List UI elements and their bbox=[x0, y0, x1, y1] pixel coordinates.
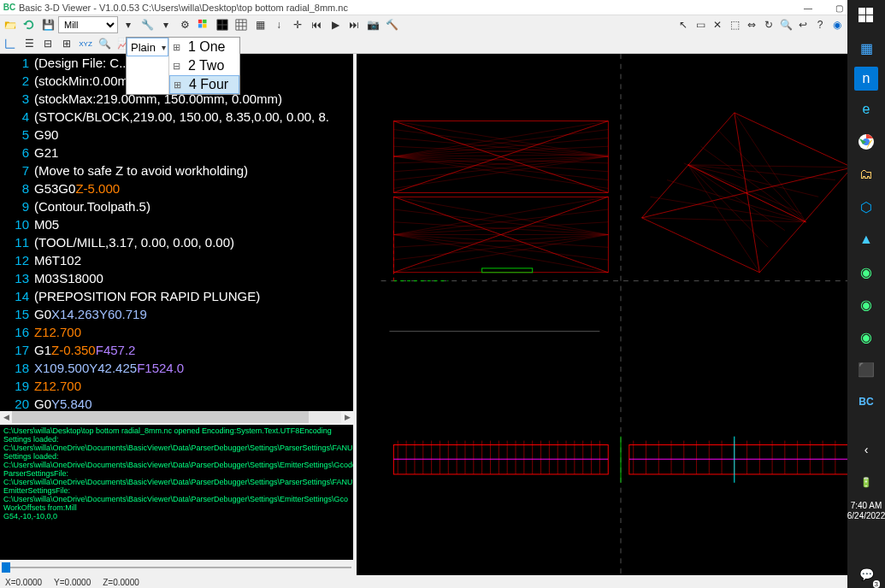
xyz-icon[interactable]: XYZ bbox=[77, 35, 94, 52]
help-icon[interactable]: ? bbox=[811, 16, 829, 33]
scroll-left-icon[interactable]: ◀ bbox=[0, 413, 12, 421]
app8-icon[interactable]: ⬛ bbox=[851, 356, 882, 383]
log-panel: C:\Users\willa\Desktop\top bottom radial… bbox=[0, 423, 353, 560]
slider-thumb[interactable] bbox=[2, 562, 10, 573]
app3-icon[interactable]: ⬡ bbox=[851, 193, 882, 220]
code-line[interactable]: 18X109.500Y42.425F1524.0 bbox=[0, 359, 353, 377]
numbers-icon[interactable]: ⊞ bbox=[58, 35, 75, 52]
code-line[interactable]: 17G1Z-0.350F457.2 bbox=[0, 341, 353, 359]
target-icon[interactable]: ◉ bbox=[829, 16, 846, 33]
code-line[interactable]: 15G0X14.263Y60.719 bbox=[0, 305, 353, 323]
list-icon[interactable]: ☰ bbox=[21, 35, 38, 52]
start-icon[interactable] bbox=[851, 2, 882, 29]
grid5-icon[interactable]: ▦ bbox=[251, 16, 268, 33]
edge-icon[interactable]: e bbox=[851, 96, 882, 123]
page-icon[interactable]: ▭ bbox=[692, 16, 709, 33]
viewport-pane[interactable] bbox=[353, 54, 885, 575]
code-line[interactable]: 12M6T102 bbox=[0, 251, 353, 269]
axes-icon[interactable] bbox=[2, 35, 19, 52]
skip-back-icon[interactable]: ⏮ bbox=[308, 16, 325, 33]
code-line[interactable]: 6G21 bbox=[0, 144, 353, 162]
chevron-down-icon-2[interactable]: ▾ bbox=[157, 16, 174, 33]
code-line[interactable]: 20G0Y5.840 bbox=[0, 395, 353, 411]
code-line[interactable]: 4(STOCK/BLOCK,219.00, 150.00, 8.35,0.00,… bbox=[0, 108, 353, 126]
tray-battery-icon[interactable]: 🔋 bbox=[851, 468, 882, 496]
app6-icon[interactable]: ◉ bbox=[851, 291, 882, 318]
code-line[interactable]: 14(PREPOSITION FOR RAPID PLUNGE) bbox=[0, 287, 353, 305]
pan-icon[interactable]: ⇔ bbox=[743, 16, 760, 33]
svg-line-55 bbox=[667, 180, 805, 222]
save-icon[interactable]: 💾 bbox=[39, 16, 56, 33]
zoom-down-icon[interactable]: ↓ bbox=[270, 16, 287, 33]
svg-rect-1 bbox=[203, 20, 206, 23]
tray-expand-icon[interactable]: ‹ bbox=[851, 436, 882, 463]
open-icon[interactable] bbox=[2, 16, 19, 33]
layout-option[interactable]: ⊞1 One bbox=[169, 38, 239, 56]
clock-date: 6/24/2022 bbox=[847, 511, 885, 521]
code-line[interactable]: 7(Move to safe Z to avoid workholding) bbox=[0, 162, 353, 179]
scroll-thumb[interactable] bbox=[12, 411, 309, 423]
log-line: Settings loaded: C:\Users\willa\OneDrive… bbox=[3, 435, 350, 452]
zoom-icon[interactable]: 🔍 bbox=[777, 16, 794, 33]
minimize-button[interactable]: — bbox=[793, 0, 823, 15]
taskbar-clock[interactable]: 7:40 AM 6/24/2022 bbox=[847, 501, 885, 556]
code-line[interactable]: 10M05 bbox=[0, 215, 353, 233]
svg-line-49 bbox=[688, 165, 768, 247]
grid-icon: ⊞ bbox=[173, 42, 188, 53]
zoom-fit-icon[interactable]: ✛ bbox=[289, 16, 306, 33]
code-line[interactable]: 11(TOOL/MILL,3.17, 0.00, 0.00, 0.00) bbox=[0, 233, 353, 251]
svg-rect-108 bbox=[858, 15, 865, 22]
machine-select[interactable]: Mill bbox=[58, 16, 118, 33]
app4-icon[interactable]: ▲ bbox=[851, 226, 882, 253]
play-icon[interactable]: ▶ bbox=[327, 16, 344, 33]
chrome-icon[interactable] bbox=[851, 128, 882, 156]
log-line: WorkOffsets from:Mill bbox=[3, 503, 350, 512]
arrow-icon[interactable]: ↖ bbox=[675, 16, 692, 33]
gcode-editor[interactable]: 1(Design File: C..Users Design.into.32(s… bbox=[0, 54, 353, 411]
3d-viewport[interactable] bbox=[357, 54, 885, 575]
windows-taskbar: ▦ n e 🗂 ⬡ ▲ ◉ ◉ ◉ ⬛ BC ‹ 🔋 7:40 AM 6/24/… bbox=[847, 0, 885, 588]
app1-icon[interactable]: ▦ bbox=[851, 34, 882, 62]
search-icon[interactable]: 🔍 bbox=[96, 35, 113, 52]
code-hscroll[interactable]: ◀ ▶ bbox=[0, 411, 353, 423]
code-line[interactable]: 8G53G0Z-5.000 bbox=[0, 179, 353, 197]
slider-track bbox=[2, 567, 351, 568]
log-line: G54,-10,-10,0,0 bbox=[3, 512, 350, 520]
scroll-right-icon[interactable]: ▶ bbox=[341, 413, 353, 421]
app2-icon[interactable]: n bbox=[854, 67, 878, 91]
skip-fwd-icon[interactable]: ⏭ bbox=[345, 16, 363, 33]
bc-icon[interactable]: BC bbox=[851, 388, 882, 415]
tool-icon[interactable]: 🔨 bbox=[383, 16, 400, 33]
camera-icon[interactable]: 📷 bbox=[364, 16, 381, 33]
statusbar: X=0.0000 Y=0.0000 Z=0.0000 bbox=[0, 575, 885, 588]
chevron-down-icon[interactable]: ▾ bbox=[120, 16, 137, 33]
tree-icon[interactable]: ⊟ bbox=[39, 35, 56, 52]
orbit-icon[interactable]: ↻ bbox=[760, 16, 777, 33]
palette-icon[interactable] bbox=[195, 16, 212, 33]
wrench-icon[interactable]: 🔧 bbox=[139, 16, 156, 33]
layout-option[interactable]: ⊞4 Four bbox=[169, 75, 239, 94]
code-line[interactable]: 19Z12.700 bbox=[0, 377, 353, 395]
refresh-icon[interactable] bbox=[21, 16, 38, 33]
code-line[interactable]: 5G90 bbox=[0, 126, 353, 144]
select-icon[interactable]: ⬚ bbox=[726, 16, 743, 33]
code-line[interactable]: 13M03S18000 bbox=[0, 269, 353, 287]
viewport-layout-select[interactable]: Plain bbox=[127, 38, 168, 56]
code-line[interactable]: 16Z12.700 bbox=[0, 323, 353, 341]
viewport-layout-dropdown: Plain ⊞1 One⊟2 Two⊞4 Four bbox=[126, 37, 240, 95]
progress-slider[interactable] bbox=[0, 560, 353, 575]
code-line[interactable]: 9(Contour.Toolpath.5) bbox=[0, 197, 353, 215]
gear-icon[interactable]: ⚙ bbox=[176, 16, 193, 33]
layout-option[interactable]: ⊟2 Two bbox=[169, 56, 239, 75]
notifications-icon[interactable]: 💬3 bbox=[851, 561, 882, 588]
grid-icon[interactable] bbox=[214, 16, 231, 33]
window-title: Basic 3-D Viewer - V1.0.0.53 C:\Users\wi… bbox=[19, 3, 348, 13]
app5-icon[interactable]: ◉ bbox=[851, 258, 882, 285]
layout-option-label: 2 Two bbox=[188, 58, 224, 74]
grid4-icon[interactable] bbox=[233, 16, 250, 33]
home-icon[interactable]: ↩ bbox=[794, 16, 811, 33]
svg-rect-59 bbox=[629, 445, 848, 474]
app7-icon[interactable]: ◉ bbox=[851, 323, 882, 350]
fit-icon[interactable]: ✕ bbox=[709, 16, 726, 33]
explorer-icon[interactable]: 🗂 bbox=[851, 161, 882, 188]
